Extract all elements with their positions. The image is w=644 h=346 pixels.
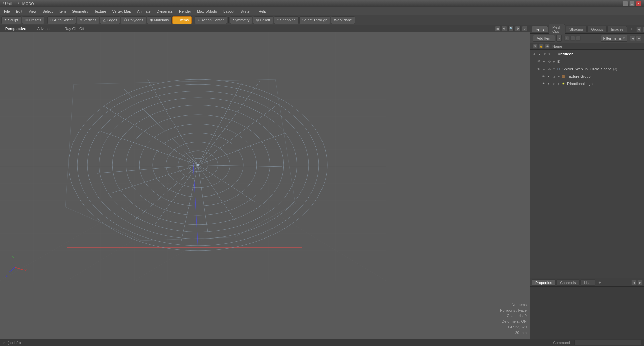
filter-items[interactable]: Filter Items ▾ xyxy=(601,35,627,42)
command-input[interactable] xyxy=(574,340,641,345)
menu-item-select[interactable]: Select xyxy=(40,9,55,14)
item-vis2-1[interactable]: ● xyxy=(542,59,546,64)
bottom-panel-expand-left[interactable]: ◀ xyxy=(631,280,637,285)
tab-channels[interactable]: Channels xyxy=(556,279,579,286)
items-list[interactable]: 👁 ● ◎ ▼ ⬡ Untitled* 👁 ● ◎ ▶ ◧ 👁 ● ◎ xyxy=(530,50,644,278)
list-item-sub[interactable]: 👁 ● ◎ ▶ ◧ xyxy=(535,58,644,65)
col-icon-eye[interactable]: 👁 xyxy=(533,44,538,49)
item-expand-4[interactable]: ▶ xyxy=(557,82,560,85)
item-expand-1[interactable]: ▶ xyxy=(552,60,556,63)
add-item-dropdown[interactable]: ▾ xyxy=(556,35,562,42)
snapping-button[interactable]: ⌖ Snapping xyxy=(274,16,299,24)
item-expand-0[interactable]: ▼ xyxy=(548,52,551,56)
item-vis2-4[interactable]: ● xyxy=(546,81,551,86)
viewport-btn-5[interactable]: ▷ xyxy=(522,26,527,31)
select-through-button[interactable]: Select Through xyxy=(299,16,330,24)
menu-item-view[interactable]: View xyxy=(26,9,39,14)
tab-mesh-ops[interactable]: Mesh Ops xyxy=(549,24,565,34)
viewport-tab-perspective[interactable]: Perspective xyxy=(3,26,29,31)
bottom-right-panel: Properties Channels Lists + ◀ ▶ xyxy=(530,278,644,339)
viewport-btn-4[interactable]: ⚙ xyxy=(515,26,521,31)
menu-item-geometry[interactable]: Geometry xyxy=(69,9,91,14)
viewport-btn-1[interactable]: ⊞ xyxy=(495,26,500,31)
tab-items[interactable]: Items xyxy=(532,26,548,32)
action-center-button[interactable]: ⊕ Action Center xyxy=(195,16,227,24)
item-vis2-3[interactable]: ● xyxy=(546,74,551,79)
item-icon-2: ⬡ xyxy=(556,67,561,71)
item-vis3-4[interactable]: ◎ xyxy=(552,81,556,86)
right-panel-expand-tl[interactable]: ◀ xyxy=(630,36,635,41)
list-item-spider-web[interactable]: 👁 ● ◎ ▼ ⬡ Spider_Web_in_Circle_Shape (3) xyxy=(535,65,644,73)
presets-icon: ⊞ xyxy=(25,18,28,22)
menu-item-vertex map[interactable]: Vertex Map xyxy=(110,9,134,14)
viewport-raygl[interactable]: Ray GL: Off xyxy=(62,26,87,31)
falloff-icon: ◎ xyxy=(256,18,259,22)
vertices-button[interactable]: ◇ Vertices xyxy=(77,16,99,24)
menu-item-dynamics[interactable]: Dynamics xyxy=(154,9,176,14)
item-vis3-2[interactable]: ◎ xyxy=(547,67,552,71)
tab-add[interactable]: + xyxy=(628,26,636,33)
item-vis-2[interactable]: 👁 xyxy=(536,67,541,71)
bottom-panel-expand-right[interactable]: ▶ xyxy=(637,280,643,285)
menu-item-animate[interactable]: Animate xyxy=(134,9,153,14)
list-item-untitled[interactable]: 👁 ● ◎ ▼ ⬡ Untitled* xyxy=(530,50,644,58)
materials-button[interactable]: ◉ Materials xyxy=(147,16,172,24)
item-vis2-2[interactable]: ● xyxy=(542,67,546,71)
list-item-directional-light[interactable]: 👁 ● ◎ ▶ ☀ Directional Light xyxy=(540,80,644,87)
add-item-button[interactable]: Add Item xyxy=(533,35,555,42)
minimize-button[interactable]: — xyxy=(623,1,628,6)
workplane-button[interactable]: WorkPlane xyxy=(331,16,355,24)
edges-button[interactable]: △ Edges xyxy=(100,16,120,24)
menu-item-file[interactable]: File xyxy=(1,9,13,14)
menu-item-system[interactable]: System xyxy=(238,9,255,14)
panel-expand-left[interactable]: ◀ xyxy=(636,27,642,32)
menu-item-help[interactable]: Help xyxy=(256,9,269,14)
items-button[interactable]: ☰ Items xyxy=(172,16,192,24)
tab-shading[interactable]: Shading xyxy=(566,26,587,32)
polygons-button[interactable]: ⬡ Polygons xyxy=(121,16,146,24)
item-vis-3[interactable]: 👁 xyxy=(541,74,546,79)
auto-select-button[interactable]: ⊡ Auto Select xyxy=(47,16,76,24)
tab-properties[interactable]: Properties xyxy=(532,279,556,286)
falloff-button[interactable]: ◎ Falloff xyxy=(253,16,273,24)
item-expand-2[interactable]: ▼ xyxy=(552,67,556,71)
restore-button[interactable]: □ xyxy=(629,1,635,6)
menu-item-texture[interactable]: Texture xyxy=(92,9,109,14)
viewport-btn-3[interactable]: 🔍 xyxy=(508,26,514,31)
header-icon-1[interactable]: + xyxy=(564,36,569,41)
viewport-container: Perspective Advanced Ray GL: Off ⊞ ↺ 🔍 ⚙… xyxy=(0,25,530,339)
item-vis3-3[interactable]: ◎ xyxy=(552,74,556,79)
menu-item-edit[interactable]: Edit xyxy=(13,9,25,14)
item-vis-1[interactable]: 👁 xyxy=(536,59,541,64)
tab-images[interactable]: Images xyxy=(607,26,627,32)
item-vis3-0[interactable]: ◎ xyxy=(542,52,547,56)
col-icon-vis[interactable]: ◉ xyxy=(545,44,550,49)
col-icon-lock[interactable]: 🔒 xyxy=(539,44,544,49)
item-vis3-1[interactable]: ◎ xyxy=(547,59,552,64)
item-vis-0[interactable]: 👁 xyxy=(532,52,536,56)
right-panel-expand-tr[interactable]: ▶ xyxy=(636,36,641,41)
menu-item-layout[interactable]: Layout xyxy=(220,9,237,14)
svg-text:X: X xyxy=(24,269,27,272)
viewport-btn-2[interactable]: ↺ xyxy=(502,26,507,31)
header-icon-3[interactable]: ⋯ xyxy=(576,36,581,41)
sculpt-button[interactable]: ✦ Sculpt xyxy=(1,16,21,24)
viewport-tab-advanced[interactable]: Advanced xyxy=(35,26,56,31)
tab-groups[interactable]: Groups xyxy=(587,26,607,32)
item-vis-4[interactable]: 👁 xyxy=(541,81,546,86)
tab-bottom-add[interactable]: + xyxy=(596,279,604,286)
tab-lists[interactable]: Lists xyxy=(580,279,595,286)
panel-expand-right[interactable]: ▶ xyxy=(642,27,644,32)
menu-item-render[interactable]: Render xyxy=(176,9,194,14)
symmetry-button[interactable]: Symmetry xyxy=(230,16,253,24)
3d-viewport[interactable]: .grid-line { stroke: #666; stroke-width:… xyxy=(0,32,530,339)
presets-button[interactable]: ⊞ Presets xyxy=(22,16,44,24)
item-label-2: Spider_Web_in_Circle_Shape xyxy=(562,67,612,71)
item-vis2-0[interactable]: ● xyxy=(537,52,542,56)
menu-item-item[interactable]: Item xyxy=(56,9,68,14)
menu-item-maxtomodo[interactable]: MaxToModo xyxy=(194,9,220,14)
list-item-texture-group[interactable]: 👁 ● ◎ ▶ ▦ Texture Group xyxy=(540,73,644,80)
close-button[interactable]: ✕ xyxy=(636,1,641,6)
header-icon-2[interactable]: − xyxy=(570,36,575,41)
item-expand-3[interactable]: ▶ xyxy=(557,75,560,78)
